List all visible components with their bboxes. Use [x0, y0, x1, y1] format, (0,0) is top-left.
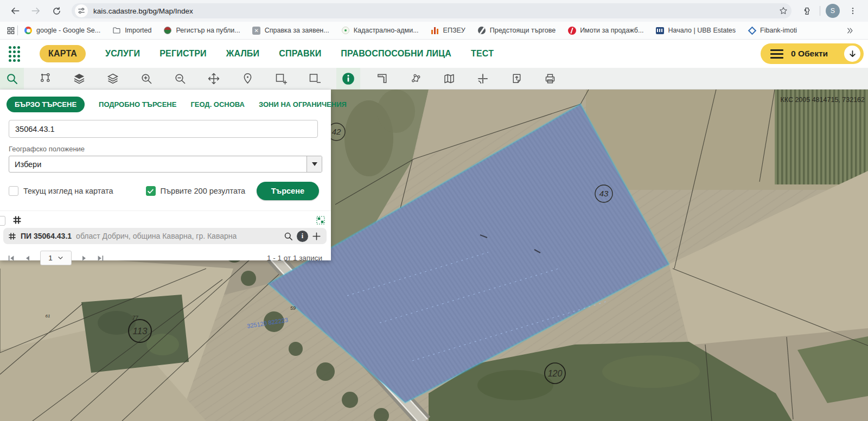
nav-item-karta[interactable]: КАРТА [40, 45, 86, 62]
rect-add-icon [275, 72, 288, 85]
bookmarks-overflow-button[interactable] [846, 27, 863, 35]
google-icon [24, 26, 33, 35]
page-number-value: 1 [48, 254, 53, 262]
last-page-button[interactable] [97, 254, 104, 262]
tool-layers-outline[interactable] [101, 68, 125, 89]
map-small-label-59: 59 [290, 305, 296, 311]
route-nodes-icon [40, 72, 52, 85]
arrow-down-icon [848, 49, 857, 59]
bookmark-star-button[interactable] [778, 6, 788, 16]
page-number-select[interactable]: 1 [40, 251, 72, 265]
back-button[interactable] [8, 3, 23, 18]
objects-panel-button[interactable]: 0 Обекти [761, 43, 864, 64]
parcel-search-input[interactable] [9, 120, 318, 138]
zoom-in-icon [140, 72, 153, 85]
forward-button[interactable] [28, 3, 43, 18]
check-icon [147, 188, 154, 195]
bookmark-imported[interactable]: Imported [106, 26, 157, 35]
tool-info[interactable] [336, 68, 360, 89]
tool-print[interactable] [538, 68, 562, 89]
tool-layers-filled[interactable] [67, 68, 91, 89]
bookmark-targove[interactable]: Предстоящи търгове [471, 26, 561, 35]
hash-grid-icon [12, 215, 22, 225]
bookmark-ubb[interactable]: Начало | UBB Estates [649, 26, 742, 35]
bookmark-imoti[interactable]: Имоти за продажб... [561, 26, 649, 35]
back-arrow-icon [10, 5, 21, 16]
geo-position-select[interactable]: Избери [9, 156, 322, 173]
tool-select-rect-add[interactable] [269, 68, 293, 89]
nav-item-spravki[interactable]: СПРАВКИ [279, 49, 321, 59]
bookmark-fibank[interactable]: Fibank-imoti [742, 26, 803, 35]
tab-restriction-zones[interactable]: ЗОНИ НА ОГРАНИЧЕНИЯ [259, 100, 347, 109]
tool-zoom-in[interactable] [135, 68, 158, 89]
site-info-button[interactable] [75, 4, 88, 17]
search-icon [283, 231, 293, 241]
result-row[interactable]: ПИ 35064.43.1 област Добрич, община Кава… [3, 228, 327, 244]
result-location: област Добрич, община Каварна, гр. Кавар… [76, 232, 237, 240]
app-launcher-icon[interactable] [9, 46, 20, 62]
geo-position-label: Географско положение [9, 145, 322, 153]
reload-button[interactable] [49, 3, 64, 18]
nav-item-pravosposobni[interactable]: ПРАВОСПОСОБНИ ЛИЦА [341, 49, 451, 59]
geo-select-caret-button[interactable] [307, 156, 322, 172]
tab-geodetic-basis[interactable]: ГЕОД. ОСНОВА [190, 100, 245, 109]
objects-download-button[interactable] [844, 46, 860, 62]
result-zoom-button[interactable] [283, 231, 293, 241]
nav-item-uslugi[interactable]: УСЛУГИ [105, 49, 140, 59]
result-info-button[interactable]: i [297, 231, 308, 242]
tool-coordinate-grid[interactable] [471, 68, 495, 89]
tool-pan[interactable] [202, 68, 226, 89]
bookmark-spravka[interactable]: ✕ Справка за заявен... [246, 26, 335, 35]
profile-avatar[interactable]: S [826, 4, 840, 18]
extensions-button[interactable] [799, 3, 814, 18]
tab-quick-search[interactable]: БЪРЗО ТЪРСЕНЕ [7, 97, 85, 112]
map-coordinates-label: ККС 2005 4814715, 732162 [780, 96, 865, 104]
bookmark-registry[interactable]: Регистър на публи... [157, 26, 246, 35]
nav-item-registri[interactable]: РЕГИСТРИ [159, 49, 207, 59]
next-page-button[interactable] [81, 255, 87, 261]
map-small-label-77: 77 [132, 315, 138, 321]
plus-icon [311, 231, 322, 241]
first-page-button[interactable] [8, 254, 15, 262]
nav-item-zhalbi[interactable]: ЖАЛБИ [226, 49, 259, 59]
first-200-checkbox[interactable] [146, 186, 156, 196]
tool-measure-area[interactable] [404, 68, 427, 89]
tool-measure-ruler[interactable] [370, 68, 394, 89]
result-add-button[interactable] [311, 231, 322, 241]
info-icon [341, 72, 355, 86]
prev-page-button[interactable] [24, 255, 31, 261]
tool-zoom-out[interactable] [168, 68, 192, 89]
puzzle-icon [802, 6, 812, 16]
zoom-to-extent-button[interactable] [316, 216, 325, 225]
browser-menu-button[interactable] [845, 3, 860, 18]
tune-icon [78, 7, 85, 15]
bookmark-google[interactable]: google - Google Se... [18, 26, 106, 35]
bookmark-label: ЕПЗЕУ [443, 27, 465, 34]
tool-export-page[interactable] [505, 68, 528, 89]
ruler-icon [376, 72, 388, 85]
results-header [0, 210, 331, 226]
folder-icon [112, 26, 121, 35]
bookmark-epzeu[interactable]: ЕПЗЕУ [425, 26, 471, 35]
rect-remove-icon [308, 72, 321, 85]
tab-detailed-search[interactable]: ПОДРОБНО ТЪРСЕНЕ [99, 100, 176, 109]
tool-map-sheet[interactable] [437, 68, 461, 89]
export-page-icon [510, 72, 523, 85]
tool-route[interactable] [34, 68, 58, 89]
select-all-checkbox[interactable] [0, 216, 5, 226]
diamond-icon [748, 26, 756, 35]
apps-grid-icon [7, 26, 15, 35]
current-view-checkbox[interactable] [9, 186, 18, 196]
nav-item-test[interactable]: ТЕСТ [471, 49, 494, 59]
address-bar[interactable]: kais.cadastre.bg/bg/Map/Index [72, 3, 792, 18]
apps-grid-button[interactable] [7, 26, 15, 35]
bookmark-label: Imported [125, 27, 151, 34]
tool-search[interactable] [0, 68, 24, 89]
search-button[interactable]: Търсене [257, 182, 319, 200]
parcel-label-113: 113 [132, 326, 148, 336]
results-grid-toggle[interactable] [12, 215, 22, 225]
url-text[interactable]: kais.cadastre.bg/bg/Map/Index [93, 7, 773, 15]
tool-location-pin[interactable] [235, 68, 259, 89]
tool-select-rect-remove[interactable] [303, 68, 327, 89]
bookmark-cadastre[interactable]: Кадастрално-адми... [335, 26, 425, 35]
